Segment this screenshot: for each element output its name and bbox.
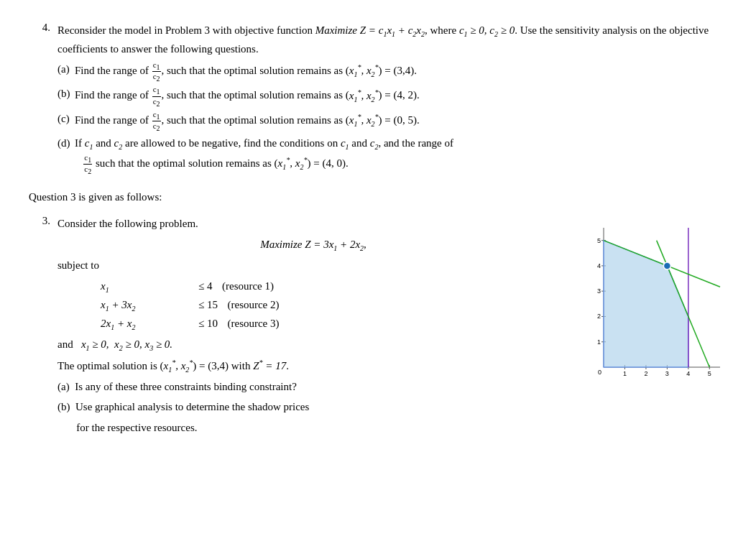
subject-to-label: subject to xyxy=(57,257,569,275)
problem-4-part-a: (a) Find the range of c1c2, such that th… xyxy=(57,60,727,83)
part-a-text: Find the range of c1c2, such that the op… xyxy=(75,60,417,83)
non-negativity: and x1 ≥ 0, x2 ≥ 0, x3 ≥ 0. xyxy=(57,336,569,354)
problem-4-intro: Reconsider the model in Problem 3 with o… xyxy=(57,22,727,57)
part-d-label: (d) xyxy=(57,134,72,175)
problem-4-number: 4. xyxy=(29,22,50,178)
problem-3-objective: Maximize Z = 3x1 + 2x2, xyxy=(57,236,569,254)
constraints-block: x1 ≤ 4 (resource 1) x1 + 3x2 ≤ 15 (resou… xyxy=(101,277,569,333)
problem-3-number: 3. xyxy=(29,215,50,440)
part-b-text: Find the range of c1c2, such that the op… xyxy=(75,85,420,107)
graph-canvas xyxy=(584,215,727,387)
constraint-1: x1 ≤ 4 (resource 1) xyxy=(101,277,569,296)
problem-3-title: Consider the following problem. xyxy=(57,215,569,234)
part-c-label: (c) xyxy=(57,110,72,132)
problem-3-section: 3. Consider the following problem. Maxim… xyxy=(29,215,727,440)
problem-3-content: Consider the following problem. Maximize… xyxy=(57,215,727,440)
part-a-label: (a) xyxy=(57,60,72,83)
section-title: Question 3 is given as follows: xyxy=(29,191,727,203)
part-a-question: (a) Is any of these three constraints bi… xyxy=(57,378,569,397)
part-b-continued: for the respective resources. xyxy=(57,419,569,438)
part-c-text: Find the range of c1c2, such that the op… xyxy=(75,110,420,132)
part-b-label: (b) xyxy=(57,85,72,107)
graph-container xyxy=(584,215,727,440)
problem-4-part-b: (b) Find the range of c1c2, such that th… xyxy=(57,85,727,107)
constraint-2: x1 + 3x2 ≤ 15 (resource 2) xyxy=(101,296,569,315)
problem-4-section: 4. Reconsider the model in Problem 3 wit… xyxy=(29,22,727,178)
problem-3-text: Consider the following problem. Maximize… xyxy=(57,215,569,440)
constraint-3: 2x1 + x2 ≤ 10 (resource 3) xyxy=(101,315,569,333)
optimal-solution: The optimal solution is (x1*, x2*) = (3,… xyxy=(57,356,569,376)
problem-4-content: Reconsider the model in Problem 3 with o… xyxy=(57,22,727,178)
problem-4-part-d: (d) If c1 and c2 are allowed to be negat… xyxy=(57,134,727,175)
part-d-text: If c1 and c2 are allowed to be negative,… xyxy=(75,134,453,175)
part-b-question: (b) Use graphical analysis to determine … xyxy=(57,398,569,417)
problem-4-part-c: (c) Find the range of c1c2, such that th… xyxy=(57,110,727,132)
